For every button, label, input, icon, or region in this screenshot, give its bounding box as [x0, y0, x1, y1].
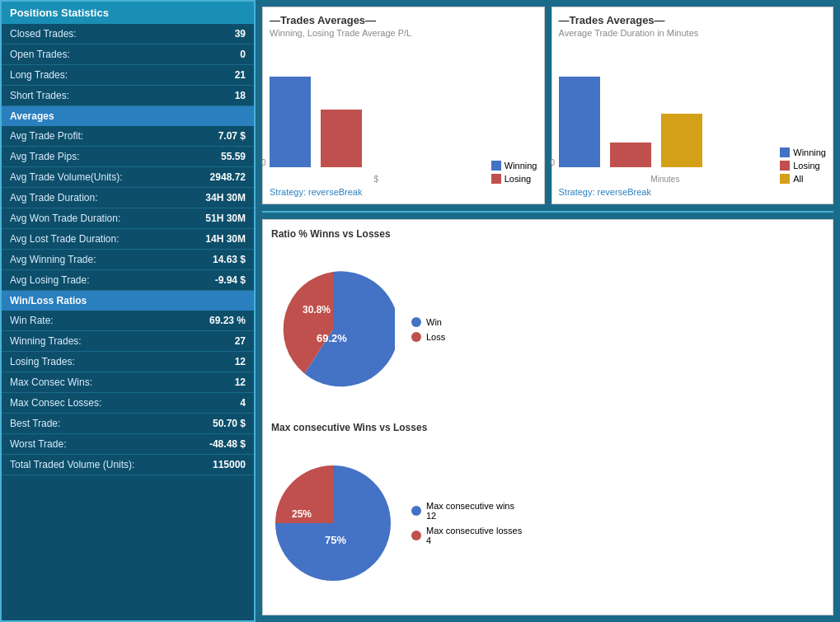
chart2-zero: 0: [551, 158, 556, 167]
long-trades-row: Long Trades: 21: [2, 65, 254, 86]
pie2-win-dot: [411, 506, 421, 516]
chart1-title: —Trades Averages—: [270, 14, 537, 26]
avg-trade-duration-row: Avg Trade Duration: 34H 30M: [2, 188, 254, 208]
pie1-win-label: Win: [426, 317, 442, 327]
avg-lost-trade-duration-row: Avg Lost Trade Duration: 14H 30M: [2, 229, 254, 250]
chart1-strategy: Strategy: reverseBreak: [270, 187, 537, 197]
horizontal-divider: [262, 211, 833, 213]
open-trades-value: 0: [240, 49, 246, 60]
chart1-bars: 0 $: [270, 77, 483, 184]
chart2-winning-label: Winning: [793, 147, 826, 157]
chart1-legend: Winning Losing: [491, 152, 537, 184]
pie1-loss-label: Loss: [426, 332, 445, 342]
pie2-container: 75% 25%: [271, 461, 395, 585]
chart2-all-label: All: [793, 174, 803, 184]
max-consec-losses-row: Max Consec Losses: 4: [2, 393, 254, 414]
chart2-bars: 0 Minutes: [559, 77, 772, 184]
chart1-winning-label: Winning: [504, 161, 537, 171]
pl-chart-box: —Trades Averages— Winning, Losing Trade …: [262, 7, 545, 204]
pie1-win-dot: [411, 317, 421, 327]
chart2-winning-dot: [780, 147, 790, 157]
averages-section-header: Averages: [2, 106, 254, 126]
chart2-strategy: Strategy: reverseBreak: [559, 187, 827, 197]
pie1-container: 69.2% 30.8%: [271, 268, 395, 391]
avg-winning-trade-row: Avg Winning Trade: 14.63 $: [2, 250, 254, 270]
chart2-winning-bar: [559, 77, 600, 167]
avg-losing-trade-row: Avg Losing Trade: -9.94 $: [2, 270, 254, 291]
chart1-axis-label: $: [374, 175, 379, 184]
short-trades-row: Short Trades: 18: [2, 86, 254, 106]
chart2-legend-losing: Losing: [780, 161, 826, 171]
chart1-legend-losing: Losing: [491, 174, 537, 184]
win-rate-row: Win Rate: 69.23 %: [2, 311, 254, 331]
best-trade-row: Best Trade: 50.70 $: [2, 414, 254, 434]
chart2-all-bar: [661, 114, 702, 167]
closed-trades-label: Closed Trades:: [10, 28, 77, 40]
chart1-winning-dot: [491, 161, 501, 171]
worst-trade-row: Worst Trade: -48.48 $: [2, 434, 254, 455]
winning-trades-row: Winning Trades: 27: [2, 331, 254, 352]
svg-text:30.8%: 30.8%: [303, 304, 331, 316]
chart1-losing-dot: [491, 174, 501, 184]
pie2-loss-dot: [411, 531, 421, 540]
chart2-losing-bar: [610, 143, 651, 167]
chart2-losing-label: Losing: [793, 161, 819, 171]
long-trades-value: 21: [235, 69, 246, 81]
pie1-legend-loss: Loss: [411, 332, 445, 342]
max-consec-wins-row: Max Consec Wins: 12: [2, 372, 254, 393]
avg-trade-volume-row: Avg Trade Volume(Units): 2948.72: [2, 167, 254, 188]
pie2-row: 75% 25% Max consecutive wins 12: [271, 440, 824, 607]
top-charts: —Trades Averages— Winning, Losing Trade …: [262, 7, 833, 204]
winloss-section-header: Win/Loss Ratios: [2, 291, 254, 311]
pie2-legend-win: Max consecutive wins 12: [411, 501, 522, 521]
open-trades-row: Open Trades: 0: [2, 44, 254, 65]
pie2-legend-loss: Max consecutive losses 4: [411, 526, 522, 545]
chart1-winning-bar: [270, 77, 311, 167]
chart1-losing-bar: [321, 110, 362, 167]
pie2-loss-label: Max consecutive losses 4: [426, 526, 522, 545]
avg-trade-pips-row: Avg Trade Pips: 55.59: [2, 147, 254, 167]
chart2-subtitle: Average Trade Duration in Minutes: [559, 28, 827, 38]
left-panel: Positions Statistics Closed Trades: 39 O…: [0, 0, 256, 622]
pie1-title: Ratio % Winns vs Losses: [271, 228, 824, 240]
short-trades-value: 18: [235, 90, 246, 101]
chart2-all-dot: [780, 174, 790, 184]
total-traded-volume-row: Total Traded Volume (Units): 115000: [2, 455, 254, 475]
closed-trades-row: Closed Trades: 39: [2, 24, 254, 44]
pie1-svg: 69.2% 30.8%: [271, 268, 395, 391]
chart2-legend: Winning Losing All: [780, 139, 826, 184]
panel-title: Positions Statistics: [2, 2, 254, 24]
duration-chart-box: —Trades Averages— Average Trade Duration…: [551, 7, 834, 204]
svg-text:75%: 75%: [325, 534, 346, 546]
pie-charts-column: Ratio % Winns vs Losses 69.2% 30.8%: [263, 220, 833, 615]
svg-text:69.2%: 69.2%: [317, 332, 347, 344]
right-panel: —Trades Averages— Winning, Losing Trade …: [256, 0, 840, 622]
long-trades-label: Long Trades:: [10, 69, 68, 81]
closed-trades-value: 39: [235, 28, 246, 40]
avg-won-trade-duration-row: Avg Won Trade Duration: 51H 30M: [2, 208, 254, 229]
pie1-loss-dot: [411, 332, 421, 342]
pie1-row: 69.2% 30.8% Win Loss: [271, 246, 824, 414]
pie1-legend: Win Loss: [411, 317, 445, 342]
avg-trade-profit-row: Avg Trade Profit: 7.07 $: [2, 126, 254, 147]
pie2-svg: 75% 25%: [271, 461, 395, 585]
chart1-losing-label: Losing: [504, 174, 531, 184]
chart1-legend-winning: Winning: [491, 161, 537, 171]
pie1-section: Ratio % Winns vs Losses 69.2% 30.8%: [271, 228, 824, 414]
svg-text:25%: 25%: [292, 508, 312, 520]
chart2-losing-dot: [780, 161, 790, 171]
open-trades-label: Open Trades:: [10, 49, 70, 60]
chart2-legend-winning: Winning: [780, 147, 826, 157]
bottom-section: Ratio % Winns vs Losses 69.2% 30.8%: [262, 219, 833, 615]
chart1-zero: 0: [261, 158, 266, 167]
chart2-legend-all: All: [780, 174, 826, 184]
pie2-title: Max consecutive Wins vs Losses: [271, 422, 824, 433]
chart1-subtitle: Winning, Losing Trade Average P/L: [270, 28, 537, 38]
pie2-legend: Max consecutive wins 12 Max consecutive …: [411, 501, 522, 545]
pie2-section: Max consecutive Wins vs Losses 75% 25%: [271, 422, 824, 607]
chart2-title: —Trades Averages—: [559, 14, 827, 26]
short-trades-label: Short Trades:: [10, 90, 69, 101]
pie2-win-label: Max consecutive wins 12: [426, 501, 514, 521]
losing-trades-row: Losing Trades: 12: [2, 352, 254, 372]
pie1-legend-win: Win: [411, 317, 445, 327]
